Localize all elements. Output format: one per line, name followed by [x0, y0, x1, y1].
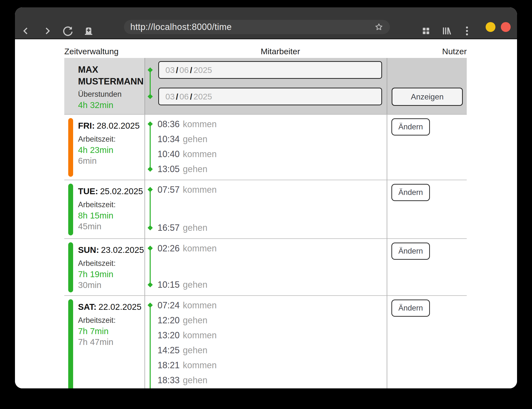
new-tab-icon[interactable]	[83, 26, 94, 36]
library-icon[interactable]	[441, 26, 452, 36]
day-summary-cell: SUN:23.02.2025 Arbeitszeit: 7h 19min 30m…	[64, 239, 145, 295]
back-icon[interactable]	[22, 26, 30, 36]
entry-label: kommen	[183, 149, 217, 159]
entry-time: 12:20	[158, 315, 180, 325]
entry-label: gehen	[183, 315, 207, 325]
day-summary-cell: SAT:22.02.2025 Arbeitszeit: 7h 7min 7h 4…	[64, 296, 145, 388]
date-range-connector	[150, 70, 151, 96]
time-entry: 07:57kommen	[158, 182, 387, 197]
summary-row: MAX MUSTERMANN Überstunden 4h 32min 03/0…	[64, 58, 467, 114]
time-page: Zeitverwaltung Mitarbeiter Nutzer MAX MU…	[15, 40, 517, 388]
time-entry: 02:26kommen	[158, 241, 387, 256]
time-entry: 14:25gehen	[158, 343, 387, 358]
time-entry: 10:15gehen	[158, 277, 387, 292]
date-from-year: 2025	[194, 65, 212, 75]
day-times-cell: 08:36kommen10:34gehen10:40kommen13:05geh…	[145, 115, 387, 180]
day-action-cell: Ändern	[387, 115, 467, 180]
date-separator: /	[175, 92, 179, 101]
time-entry: 18:21kommen	[158, 358, 387, 373]
entry-time: 10:34	[158, 134, 180, 144]
day-status-bar	[68, 118, 73, 177]
day-date: 23.02.2025	[101, 245, 144, 255]
time-entry: 13:20kommen	[158, 328, 387, 343]
day-summary-cell: TUE:25.02.2025 Arbeitszeit: 8h 15min 45m…	[64, 180, 145, 238]
day-action-cell: Ändern	[387, 180, 467, 238]
day-title: FRI:28.02.2025	[78, 121, 145, 131]
day-rows: FRI:28.02.2025 Arbeitszeit: 4h 23min 6mi…	[64, 114, 467, 388]
day-date: 25.02.2025	[100, 186, 143, 196]
employee-name-line1: MAX	[78, 64, 145, 76]
entry-time: 07:24	[158, 300, 180, 310]
aendern-button[interactable]: Ändern	[391, 184, 430, 201]
worktime-value: 7h 7min	[78, 326, 145, 337]
entry-time: 13:20	[158, 330, 180, 340]
entry-time: 08:36	[158, 119, 180, 129]
time-entry: 12:20gehen	[158, 313, 387, 328]
aendern-button[interactable]: Ändern	[391, 243, 430, 260]
worktime-extra: 6min	[78, 155, 145, 166]
worktime-value: 7h 19min	[78, 269, 145, 280]
entry-time: 16:57	[158, 223, 180, 233]
nav-item-nutzer[interactable]: Nutzer	[442, 47, 467, 56]
day-date: 22.02.2025	[98, 302, 141, 312]
url-bar[interactable]: http://localhost:8000/time	[124, 20, 390, 34]
entry-time: 07:57	[158, 185, 180, 195]
entry-time: 10:40	[158, 149, 180, 159]
date-separator: /	[189, 65, 193, 75]
entry-label: gehen	[183, 375, 207, 385]
entry-label: kommen	[183, 185, 217, 195]
date-to-input[interactable]: 03/06/2025	[158, 88, 382, 105]
entry-label: gehen	[183, 345, 207, 355]
aendern-button[interactable]: Ändern	[391, 300, 430, 317]
time-entry: 13:05gehen	[158, 162, 387, 177]
reload-icon[interactable]	[63, 26, 73, 36]
entry-label: kommen	[183, 119, 217, 129]
day-times-cell: 07:57kommen16:57gehen	[145, 180, 387, 238]
aendern-button[interactable]: Ändern	[391, 118, 430, 136]
entry-label: kommen	[183, 360, 217, 370]
entry-label: kommen	[183, 330, 217, 340]
date-to-year: 2025	[194, 92, 212, 101]
overtime-label: Überstunden	[78, 89, 145, 100]
day-abbrev: SUN:	[78, 245, 99, 255]
date-to-month: 03	[165, 92, 175, 101]
entry-time: 10:15	[158, 280, 180, 290]
entry-time: 18:33	[158, 375, 180, 385]
grid-view-icon[interactable]	[421, 26, 431, 36]
entry-label: gehen	[183, 134, 207, 144]
date-from-input[interactable]: 03/06/2025	[158, 61, 382, 79]
day-action-cell: Ändern	[387, 239, 467, 295]
worktime-value: 4h 23min	[78, 145, 145, 155]
nav-item-mitarbeiter[interactable]: Mitarbeiter	[261, 47, 300, 56]
day-status-bar	[68, 242, 73, 292]
time-entry: 18:33gehen	[158, 373, 387, 388]
entry-label: gehen	[183, 223, 207, 233]
close-button[interactable]	[501, 22, 511, 32]
time-entry: 16:57gehen	[158, 220, 387, 235]
time-entries: 08:36kommen10:34gehen10:40kommen13:05geh…	[158, 117, 387, 177]
day-action-cell: Ändern	[387, 296, 467, 388]
date-from-day: 06	[179, 65, 189, 75]
entry-label: kommen	[183, 300, 217, 310]
day-abbrev: FRI:	[78, 121, 95, 130]
minimize-button[interactable]	[486, 22, 495, 32]
day-row: SAT:22.02.2025 Arbeitszeit: 7h 7min 7h 4…	[64, 295, 467, 388]
entry-time: 18:21	[158, 360, 180, 370]
day-summary-cell: FRI:28.02.2025 Arbeitszeit: 4h 23min 6mi…	[64, 115, 145, 180]
worktime-extra: 30min	[78, 280, 145, 290]
browser-toolbar: http://localhost:8000/time	[15, 7, 517, 39]
anzeigen-button[interactable]: Anzeigen	[392, 88, 463, 106]
timeline-line	[150, 124, 151, 169]
time-table: MAX MUSTERMANN Überstunden 4h 32min 03/0…	[64, 58, 467, 388]
menu-kebab-icon[interactable]	[465, 26, 469, 36]
timeline-line	[150, 305, 151, 388]
date-from-month: 03	[165, 65, 175, 75]
bookmark-star-icon[interactable]	[375, 23, 383, 31]
worktime-label: Arbeitszeit:	[78, 258, 145, 269]
date-to-day: 06	[179, 92, 189, 101]
forward-icon[interactable]	[43, 26, 52, 36]
entry-label: gehen	[183, 164, 207, 174]
time-entry: 21:04kommen	[158, 388, 387, 388]
nav-item-zeitverwaltung[interactable]: Zeitverwaltung	[64, 47, 119, 56]
employee-name-line2: MUSTERMANN	[78, 76, 145, 87]
